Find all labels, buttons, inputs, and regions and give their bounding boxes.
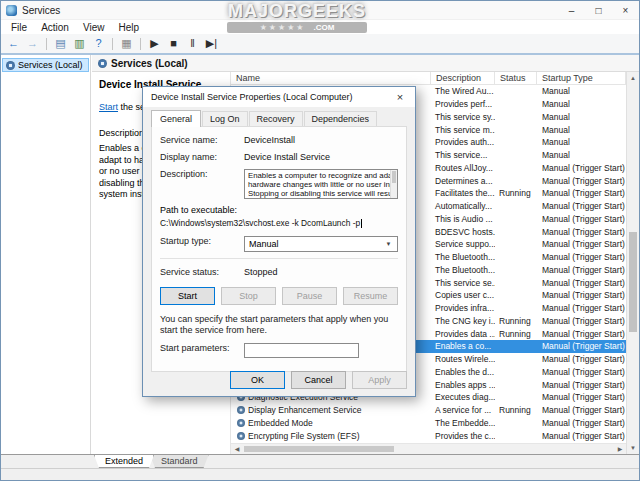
caption-buttons: – □ ×: [558, 1, 639, 20]
start-button[interactable]: Start: [160, 287, 215, 305]
status-bar: [1, 468, 639, 480]
startup-type-select[interactable]: Manual ▼: [244, 236, 398, 252]
display-name-label: Display name:: [160, 152, 244, 163]
gear-icon: [6, 61, 15, 70]
cell-status: [495, 136, 537, 149]
cell-description: Routes AllJoy...: [431, 162, 495, 175]
divider: [160, 258, 398, 259]
startup-type-value: Manual: [249, 239, 279, 249]
minimize-button[interactable]: –: [558, 1, 585, 20]
cell-startup-type: Manual: [537, 123, 626, 136]
menu-help[interactable]: Help: [111, 22, 146, 33]
cell-startup-type: Manual (Trigger Start): [537, 276, 626, 289]
cell-startup-type: Manual (Trigger Start): [537, 289, 626, 302]
scroll-down-icon[interactable]: ▼: [627, 442, 639, 454]
close-button[interactable]: ×: [612, 1, 639, 20]
scroll-left-icon[interactable]: ◀: [231, 444, 243, 454]
dialog-tab-recovery[interactable]: Recovery: [249, 111, 303, 126]
cell-startup-type: Manual (Trigger Start): [537, 302, 626, 315]
restart-service-icon[interactable]: ▶|: [203, 35, 220, 52]
cell-status: [495, 85, 537, 98]
stop-service-icon[interactable]: ■: [165, 35, 182, 52]
dialog-description-label: Description:: [160, 169, 244, 180]
view-tab-standard[interactable]: Standard: [150, 455, 209, 468]
dialog-title-bar: Device Install Service Properties (Local…: [143, 87, 415, 107]
service-status-label: Service status:: [160, 267, 244, 278]
cell-status: [495, 378, 537, 391]
start-service-icon[interactable]: ▶: [146, 35, 163, 52]
dialog-tab-log-on[interactable]: Log On: [202, 111, 248, 126]
tree-item-services-local[interactable]: Services (Local): [2, 58, 89, 72]
start-parameters-input[interactable]: [244, 343, 359, 358]
back-icon[interactable]: ←: [5, 35, 22, 52]
dialog-close-icon[interactable]: ×: [385, 87, 415, 107]
maximize-button[interactable]: □: [585, 1, 612, 20]
cell-startup-type: Manual: [537, 85, 626, 98]
service-control-buttons: Start Stop Pause Resume: [160, 287, 398, 305]
extended-view-icon[interactable]: ▦: [118, 35, 135, 52]
cell-startup-type: Manual (Trigger Start): [537, 238, 626, 251]
cell-status: [495, 213, 537, 226]
menu-action[interactable]: Action: [34, 22, 76, 33]
path-label: Path to executable:: [160, 205, 398, 215]
console-tree: Services (Local): [1, 55, 91, 454]
cell-description: Provides the c...: [431, 429, 495, 442]
column-header-name[interactable]: Name: [231, 72, 431, 84]
description-scrollbar[interactable]: [390, 170, 397, 198]
forward-icon[interactable]: →: [24, 35, 41, 52]
view-tabs: ExtendedStandard: [1, 454, 639, 468]
export-list-icon[interactable]: ▥: [71, 35, 88, 52]
pause-button[interactable]: Pause: [282, 287, 337, 305]
watermark-title: MAJORGEEKS: [213, 1, 381, 22]
scroll-up-icon[interactable]: ▲: [627, 72, 639, 84]
show-console-tree-icon[interactable]: ▤: [52, 35, 69, 52]
cell-status: [495, 174, 537, 187]
description-scrollbar-thumb[interactable]: [392, 171, 396, 183]
properties-dialog: Device Install Service Properties (Local…: [142, 86, 416, 397]
cell-startup-type: Manual (Trigger Start): [537, 391, 626, 404]
cell-description: This is Audio ...: [431, 213, 495, 226]
view-tab-extended[interactable]: Extended: [94, 455, 154, 468]
cell-status: Running: [495, 187, 537, 200]
start-service-link[interactable]: Start: [99, 102, 118, 112]
window-title: Services: [22, 5, 60, 16]
column-header-status[interactable]: Status: [495, 72, 537, 84]
resume-button[interactable]: Resume: [343, 287, 398, 305]
menu-view[interactable]: View: [76, 22, 112, 33]
horizontal-scrollbar[interactable]: ◀ ▶: [231, 443, 626, 454]
scroll-right-icon[interactable]: ▶: [614, 444, 626, 454]
dialog-tab-general[interactable]: General: [151, 110, 201, 127]
table-row[interactable]: Embedded ModeThe Embedde...Manual (Trigg…: [231, 417, 626, 430]
cell-description: Determines a...: [431, 174, 495, 187]
table-row[interactable]: Display Enhancement ServiceA service for…: [231, 404, 626, 417]
hscroll-thumb[interactable]: [244, 446, 394, 452]
table-row[interactable]: Encrypting File System (EFS)Provides the…: [231, 429, 626, 442]
vertical-scrollbar[interactable]: ▲ ▼: [626, 72, 639, 454]
cancel-button[interactable]: Cancel: [291, 371, 346, 389]
column-header-startup[interactable]: Startup Type: [537, 72, 626, 84]
cell-status: [495, 366, 537, 379]
description-textbox[interactable]: Enables a computer to recognize and adap…: [244, 169, 398, 199]
cell-description: The CNG key i...: [431, 315, 495, 328]
cell-status: Running: [495, 315, 537, 328]
stop-button[interactable]: Stop: [221, 287, 276, 305]
cell-startup-type: Manual (Trigger Start): [537, 327, 626, 340]
pause-service-icon[interactable]: ‖: [184, 35, 201, 52]
cell-startup-type: Manual (Trigger Start): [537, 225, 626, 238]
cell-description: Provides perf...: [431, 98, 495, 111]
cell-startup-type: Manual (Trigger Start): [537, 315, 626, 328]
column-header-desc[interactable]: Description: [431, 72, 495, 84]
cell-startup-type: Manual (Trigger Start): [537, 264, 626, 277]
vscroll-thumb[interactable]: [629, 232, 637, 331]
apply-button[interactable]: Apply: [352, 371, 407, 389]
cell-status: [495, 200, 537, 213]
menu-file[interactable]: File: [4, 22, 34, 33]
help-icon[interactable]: ?: [90, 35, 107, 52]
dialog-bottom-buttons: OK Cancel Apply: [230, 371, 407, 389]
ok-button[interactable]: OK: [230, 371, 285, 389]
cell-description: The Embedde...: [431, 417, 495, 430]
cell-status: [495, 123, 537, 136]
separator: [112, 38, 113, 50]
dialog-tab-dependencies[interactable]: Dependencies: [304, 111, 378, 126]
cell-startup-type: Manual (Trigger Start): [537, 429, 626, 442]
